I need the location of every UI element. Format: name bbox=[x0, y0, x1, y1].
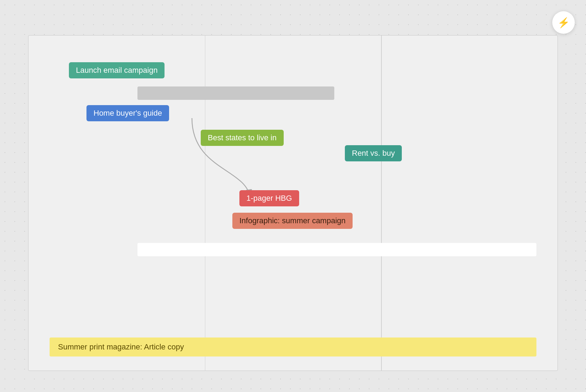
home-buyers-card[interactable]: Home buyer's guide bbox=[86, 105, 169, 121]
launch-email-card[interactable]: Launch email campaign bbox=[69, 62, 165, 78]
summer-print-bar[interactable]: Summer print magazine: Article copy bbox=[50, 338, 536, 356]
bolt-button[interactable]: ⚡ bbox=[552, 11, 575, 34]
gray-bar-top bbox=[137, 86, 334, 100]
one-pager-card[interactable]: 1-pager HBG bbox=[239, 190, 299, 206]
bolt-icon: ⚡ bbox=[558, 17, 570, 28]
best-states-card[interactable]: Best states to live in bbox=[201, 130, 284, 146]
grid-line-2 bbox=[381, 36, 382, 371]
board: Launch email campaign Home buyer's guide… bbox=[28, 35, 558, 371]
infographic-card[interactable]: Infographic: summer campaign bbox=[232, 213, 353, 229]
grid-line-1 bbox=[205, 36, 206, 371]
rent-vs-buy-card[interactable]: Rent vs. buy bbox=[345, 145, 402, 161]
white-bar-bottom bbox=[137, 243, 536, 256]
